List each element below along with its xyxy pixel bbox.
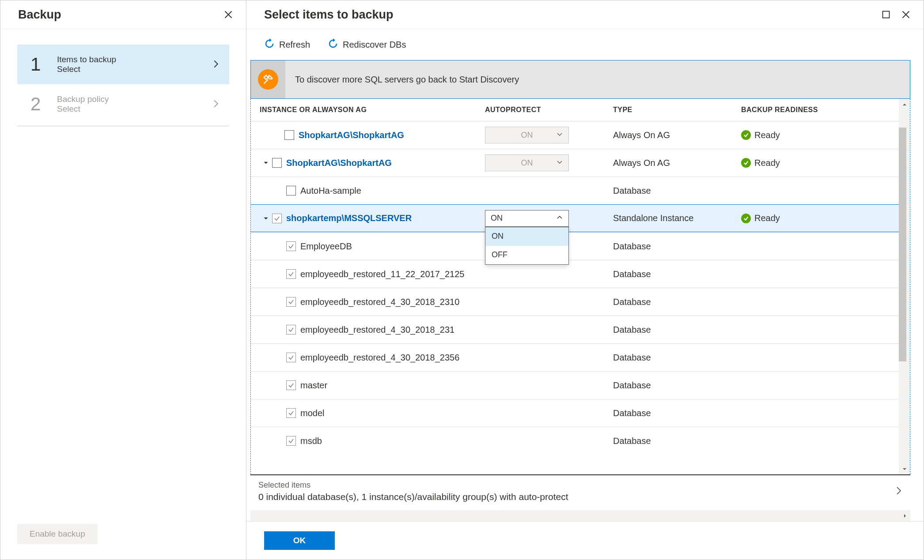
- scroll-down-icon[interactable]: [899, 463, 910, 474]
- cell-instance: EmployeeDB: [260, 241, 485, 252]
- tools-icon: [258, 69, 278, 90]
- backup-blade: Backup 1 Items to backup Select 2 Backup…: [0, 0, 246, 560]
- ready-label: Ready: [754, 213, 780, 223]
- summary-body: 0 individual database(s), 1 instance(s)/…: [258, 492, 895, 502]
- expander-icon[interactable]: [260, 215, 272, 222]
- backup-footer: Enable backup: [0, 515, 246, 560]
- cell-instance: shopkartemp\MSSQLSERVER: [260, 213, 485, 223]
- cell-type: Standalone Instance: [613, 213, 741, 223]
- table-row[interactable]: masterDatabase: [251, 371, 899, 399]
- cell-instance: AutoHa-sample: [260, 186, 485, 196]
- table-row[interactable]: ShopkartAG\ShopkartAGONAlways On AGReady: [251, 149, 899, 177]
- database-name: employeedb_restored_4_30_2018_231: [300, 325, 454, 335]
- step-items-to-backup[interactable]: 1 Items to backup Select: [17, 45, 229, 84]
- step-number: 1: [30, 54, 57, 75]
- cell-type: Always On AG: [613, 130, 741, 140]
- database-name: employeedb_restored_4_30_2018_2356: [300, 353, 459, 363]
- rediscover-label: Rediscover DBs: [343, 40, 406, 50]
- cell-type: Database: [613, 186, 741, 196]
- autoprotect-select[interactable]: ON: [485, 210, 569, 227]
- close-icon[interactable]: [901, 10, 910, 19]
- summary-header: Selected items: [258, 481, 895, 490]
- instance-link[interactable]: ShopkartAG\ShopkartAG: [299, 130, 404, 140]
- cell-type: Database: [613, 353, 741, 363]
- cell-type: Database: [613, 241, 741, 252]
- checkbox[interactable]: [272, 214, 282, 223]
- table-row[interactable]: msdbDatabase: [251, 427, 899, 455]
- checkbox[interactable]: [286, 436, 296, 446]
- table-row[interactable]: employeedb_restored_4_30_2018_2310Databa…: [251, 288, 899, 316]
- checkbox[interactable]: [286, 325, 296, 334]
- table-row[interactable]: ShopkartAG\ShopkartAGONAlways On AGReady: [251, 121, 899, 149]
- checkbox[interactable]: [286, 297, 296, 307]
- expander-icon[interactable]: [260, 160, 272, 166]
- table-row[interactable]: modelDatabase: [251, 399, 899, 427]
- col-type: TYPE: [613, 106, 741, 114]
- cell-instance: model: [260, 408, 485, 418]
- autoprotect-select: ON: [485, 154, 569, 171]
- cell-type: Database: [613, 436, 741, 446]
- step-number: 2: [30, 94, 57, 115]
- cell-readiness: Ready: [741, 158, 890, 168]
- banner-text: To discover more SQL servers go back to …: [285, 75, 519, 85]
- cell-readiness: Ready: [741, 130, 890, 140]
- step-label: Items to backup: [57, 55, 212, 64]
- toolbar: Refresh Rediscover DBs: [246, 29, 924, 60]
- refresh-button[interactable]: Refresh: [264, 38, 310, 51]
- scrollbar-track[interactable]: [899, 110, 910, 463]
- table-row[interactable]: AutoHa-sampleDatabase: [251, 177, 899, 204]
- check-circle-icon: [741, 158, 751, 168]
- divider: [17, 126, 229, 126]
- checkbox[interactable]: [286, 353, 296, 362]
- table-row[interactable]: EmployeeDBDatabase: [251, 232, 899, 260]
- database-name: employeedb_restored_11_22_2017_2125: [300, 269, 464, 279]
- autoprotect-dropdown: ONOFF: [485, 227, 569, 265]
- checkbox[interactable]: [286, 186, 296, 195]
- maximize-icon[interactable]: [882, 10, 890, 19]
- select-items-title: Select items to backup: [264, 8, 882, 22]
- table-row[interactable]: employeedb_restored_11_22_2017_2125Datab…: [251, 260, 899, 288]
- chevron-right-icon: [212, 99, 220, 109]
- instance-link[interactable]: shopkartemp\MSSQLSERVER: [286, 213, 412, 223]
- select-items-header: Select items to backup: [246, 0, 924, 29]
- option-on[interactable]: ON: [485, 227, 568, 246]
- checkbox[interactable]: [286, 408, 296, 418]
- cell-autoprotect: ONONOFF: [485, 210, 613, 227]
- checkbox[interactable]: [286, 380, 296, 390]
- checkbox[interactable]: [284, 130, 294, 140]
- table-row[interactable]: employeedb_restored_4_30_2018_231Databas…: [251, 316, 899, 343]
- table-header: INSTANCE OR ALWAYSON AG AUTOPROTECT TYPE…: [251, 99, 899, 121]
- col-readiness: BACKUP READINESS: [741, 106, 890, 114]
- chevron-right-icon: [212, 60, 220, 70]
- instance-link[interactable]: ShopkartAG\ShopkartAG: [286, 158, 392, 168]
- scrollbar-thumb[interactable]: [899, 128, 906, 361]
- cell-autoprotect: ON: [485, 127, 613, 143]
- select-items-blade: Select items to backup Refresh Rediscove…: [246, 0, 924, 560]
- checkbox[interactable]: [286, 241, 296, 251]
- table-row[interactable]: employeedb_restored_4_30_2018_2356Databa…: [251, 343, 899, 371]
- close-icon[interactable]: [224, 10, 233, 19]
- checkbox[interactable]: [272, 158, 282, 168]
- cell-instance: employeedb_restored_4_30_2018_2310: [260, 297, 485, 307]
- cell-readiness: Ready: [741, 213, 890, 223]
- selected-items-summary[interactable]: Selected items 0 individual database(s),…: [250, 474, 910, 510]
- table-row[interactable]: shopkartemp\MSSQLSERVERONONOFFStandalone…: [251, 204, 899, 232]
- rediscover-button[interactable]: Rediscover DBs: [328, 38, 406, 51]
- cell-type: Database: [613, 269, 741, 279]
- vertical-scrollbar[interactable]: [899, 99, 910, 474]
- cell-instance: msdb: [260, 436, 485, 446]
- ready-label: Ready: [754, 158, 780, 168]
- database-name: msdb: [300, 436, 322, 446]
- backup-steps: 1 Items to backup Select 2 Backup policy…: [0, 29, 246, 142]
- chevron-right-icon[interactable]: [895, 485, 902, 497]
- ok-button[interactable]: OK: [264, 531, 335, 550]
- backup-title: Backup: [18, 8, 224, 22]
- checkbox[interactable]: [286, 269, 296, 279]
- step-backup-policy[interactable]: 2 Backup policy Select: [17, 84, 229, 124]
- svg-rect-0: [883, 11, 890, 18]
- scroll-right-icon[interactable]: [899, 510, 910, 521]
- option-off[interactable]: OFF: [485, 246, 568, 264]
- scroll-up-icon[interactable]: [899, 99, 910, 110]
- col-instance: INSTANCE OR ALWAYSON AG: [260, 106, 485, 114]
- horizontal-scrollbar[interactable]: [250, 510, 910, 521]
